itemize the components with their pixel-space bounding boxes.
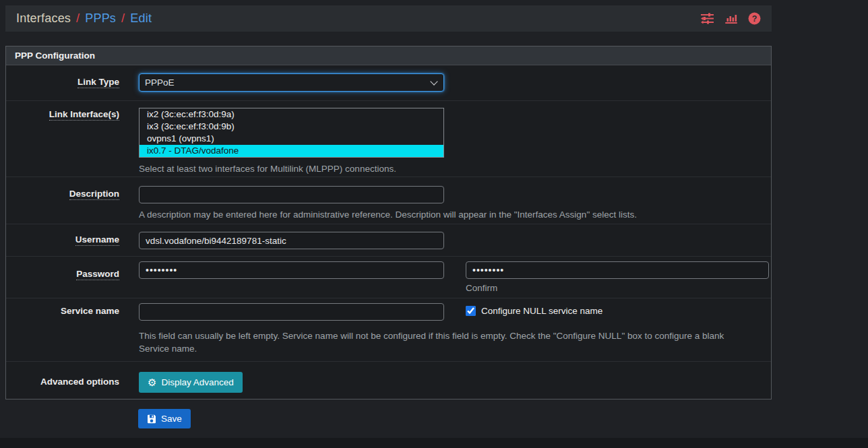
sliders-icon[interactable]: [700, 13, 714, 24]
breadcrumb-link-edit[interactable]: Edit: [130, 11, 152, 26]
gear-icon: ⚙: [148, 377, 156, 387]
interface-option[interactable]: ovpns1 (ovpns1): [140, 133, 443, 145]
breadcrumb-link-ppps[interactable]: PPPs: [85, 11, 116, 26]
description-help: A description may be entered here for ad…: [139, 208, 760, 221]
link-interfaces-row: Link Interface(s) ix2 (3c:ec:ef:f3:0d:9a…: [6, 101, 771, 177]
password-input[interactable]: [139, 261, 444, 279]
description-input[interactable]: [139, 186, 444, 203]
svg-text:?: ?: [752, 14, 757, 24]
service-name-input[interactable]: [139, 303, 444, 321]
interface-option[interactable]: ix3 (3c:ec:ef:f3:0d:9b): [140, 121, 443, 133]
link-interfaces-select[interactable]: ix2 (3c:ec:ef:f3:0d:9a) ix3 (3c:ec:ef:f3…: [139, 108, 444, 158]
panel-title: PPP Configuration: [6, 46, 771, 65]
username-input[interactable]: [139, 232, 444, 249]
password-confirm-input[interactable]: [466, 261, 769, 279]
breadcrumb-separator: /: [121, 11, 125, 26]
null-service-checkbox-group: Configure NULL service name: [466, 303, 602, 316]
link-type-select[interactable]: PPPoE: [139, 73, 444, 92]
ppp-configuration-panel: PPP Configuration Link Type PPPoE Link I…: [5, 46, 772, 399]
description-row: Description A description may be entered…: [6, 177, 771, 224]
null-service-checkbox-label[interactable]: Configure NULL service name: [481, 306, 602, 316]
page-footer: [0, 438, 868, 448]
top-navbar: Interfaces / PPPs / Edit: [5, 5, 772, 32]
link-type-row: Link Type PPPoE: [6, 65, 771, 101]
breadcrumb-separator: /: [76, 11, 80, 26]
password-row: Password Confirm: [6, 257, 771, 298]
ppp-edit-page: Interfaces / PPPs / Edit: [0, 0, 868, 448]
username-row: Username: [6, 224, 771, 257]
description-label: Description: [6, 186, 139, 224]
advanced-options-label: Advanced options: [6, 372, 139, 399]
save-area: Save: [138, 409, 191, 428]
link-type-label: Link Type: [6, 73, 139, 100]
display-advanced-button[interactable]: ⚙ Display Advanced: [139, 372, 243, 393]
navbar-icon-group: ?: [700, 12, 761, 25]
password-label: Password: [6, 261, 139, 298]
floppy-icon: [147, 414, 156, 424]
username-label: Username: [6, 232, 139, 256]
question-circle-icon[interactable]: ?: [748, 12, 761, 25]
chart-bar-icon[interactable]: [724, 13, 738, 24]
breadcrumb-section: Interfaces: [16, 11, 71, 26]
confirm-caption: Confirm: [466, 283, 769, 293]
breadcrumb: Interfaces / PPPs / Edit: [16, 11, 152, 26]
link-interfaces-label: Link Interface(s): [6, 108, 139, 177]
save-button[interactable]: Save: [138, 409, 191, 428]
service-name-label: Service name: [6, 303, 139, 361]
interface-option-selected[interactable]: ix0.7 - DTAG/vodafone: [140, 145, 443, 157]
advanced-options-row: Advanced options ⚙ Display Advanced: [6, 362, 771, 399]
interface-option[interactable]: ix2 (3c:ec:ef:f3:0d:9a): [140, 108, 443, 121]
link-interfaces-help: Select at least two interfaces for Multi…: [139, 162, 760, 175]
null-service-checkbox[interactable]: [466, 306, 476, 316]
service-name-row: Service name Configure NULL service name…: [6, 298, 771, 362]
service-name-help: This field can usually be left empty. Se…: [139, 329, 749, 355]
